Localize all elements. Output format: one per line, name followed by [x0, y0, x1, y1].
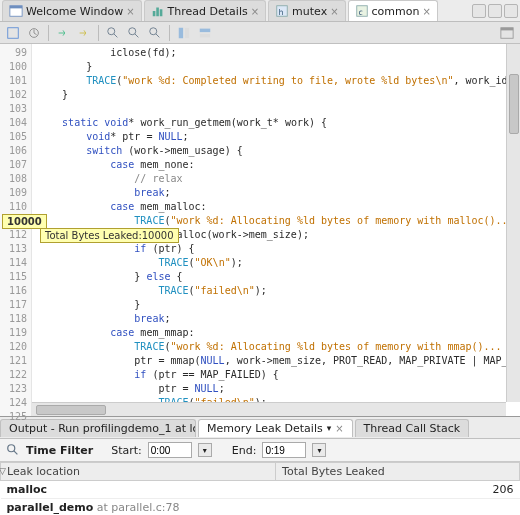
step-button-2[interactable]: [75, 24, 93, 42]
leak-value-badge: 10000: [2, 214, 47, 229]
leak-tooltip: Total Bytes Leaked:10000: [40, 228, 179, 243]
col-leak-location[interactable]: ▽ Leak location: [1, 463, 276, 481]
cell-total-bytes: 206: [276, 481, 520, 499]
start-label: Start:: [111, 444, 142, 457]
separator: [48, 25, 49, 41]
window-controls: [472, 4, 518, 18]
leak-table: ▽ Leak location Total Bytes Leaked mallo…: [0, 462, 520, 515]
svg-rect-3: [156, 8, 159, 17]
tab-label: mutex: [292, 5, 327, 18]
tab-mutex[interactable]: h mutex ×: [268, 0, 345, 21]
tab-group: Welcome Window × Thread Details × h mute…: [2, 0, 438, 21]
svg-point-20: [8, 445, 15, 452]
c-file-icon: c: [355, 4, 369, 18]
svg-rect-1: [10, 6, 22, 9]
panel-toggle-icon[interactable]: [498, 24, 516, 42]
separator: [98, 25, 99, 41]
bottom-tab-bar: Output - Run profilingdemo_1 at loca... …: [0, 417, 520, 439]
svg-rect-4: [159, 9, 162, 16]
table-row[interactable]: malloc206: [1, 481, 520, 499]
graph-icon: [151, 4, 165, 18]
end-time-picker-button[interactable]: ▾: [312, 443, 326, 457]
svg-point-11: [108, 27, 115, 34]
time-filter-label: Time Filter: [26, 444, 93, 457]
cell-total-bytes: [276, 499, 520, 516]
time-filter-bar: Time Filter Start: ▾ End: ▾: [0, 439, 520, 462]
toggle-button-2[interactable]: [196, 24, 214, 42]
editor-tab-bar: Welcome Window × Thread Details × h mute…: [0, 0, 520, 22]
sort-indicator-icon: ▽: [0, 466, 6, 476]
scrollbar-thumb[interactable]: [36, 405, 106, 415]
separator: [169, 25, 170, 41]
nav-back-button[interactable]: [472, 4, 486, 18]
svg-rect-2: [152, 11, 155, 16]
end-label: End:: [232, 444, 257, 457]
close-icon[interactable]: ×: [330, 6, 338, 17]
source-button[interactable]: [4, 24, 22, 42]
code-editor: 99 100 101 102 103 104 105 106 107 108 1…: [0, 44, 520, 417]
tab-memory-leak[interactable]: Memory Leak Details ▾ ×: [198, 419, 353, 437]
close-icon[interactable]: ×: [251, 6, 259, 17]
tab-thread-details[interactable]: Thread Details ×: [144, 0, 266, 21]
svg-rect-19: [501, 27, 513, 30]
dropdown-icon[interactable]: ▾: [327, 423, 332, 433]
start-time-input[interactable]: [148, 442, 192, 458]
close-icon[interactable]: ×: [126, 6, 134, 17]
tab-label: Welcome Window: [26, 5, 123, 18]
nav-fwd-button[interactable]: [488, 4, 502, 18]
tab-label: Memory Leak Details: [207, 422, 323, 435]
editor-toolbar: [0, 22, 520, 44]
tab-label: Output - Run profilingdemo_1 at loca...: [9, 422, 196, 435]
find-button[interactable]: [104, 24, 122, 42]
svg-rect-17: [200, 33, 211, 37]
line-number-gutter: 99 100 101 102 103 104 105 106 107 108 1…: [0, 44, 32, 416]
tab-label: common: [372, 5, 420, 18]
window-icon: [9, 4, 23, 18]
tab-welcome[interactable]: Welcome Window ×: [2, 0, 142, 21]
vertical-scrollbar[interactable]: [506, 44, 520, 402]
c-header-icon: h: [275, 4, 289, 18]
svg-point-12: [129, 27, 136, 34]
close-icon[interactable]: ×: [422, 6, 430, 17]
svg-text:h: h: [279, 8, 284, 17]
step-button-1[interactable]: [54, 24, 72, 42]
svg-rect-14: [179, 27, 183, 38]
svg-text:c: c: [358, 8, 362, 17]
svg-point-13: [150, 27, 157, 34]
cell-leak-location: malloc: [1, 481, 276, 499]
toggle-button-1[interactable]: [175, 24, 193, 42]
svg-rect-16: [200, 28, 211, 32]
tab-thread-stack[interactable]: Thread Call Stack: [355, 419, 469, 437]
tab-label: Thread Details: [168, 5, 248, 18]
scrollbar-thumb[interactable]: [509, 74, 519, 134]
table-row[interactable]: parallel_demo at parallel.c:78: [1, 499, 520, 516]
col-total-bytes[interactable]: Total Bytes Leaked: [276, 463, 520, 481]
horizontal-scrollbar[interactable]: [32, 402, 506, 416]
svg-rect-15: [185, 27, 189, 38]
find-next-button[interactable]: [146, 24, 164, 42]
history-button[interactable]: [25, 24, 43, 42]
column-header-label: Leak location: [7, 465, 80, 478]
svg-rect-9: [8, 27, 19, 38]
end-time-input[interactable]: [262, 442, 306, 458]
bottom-panel: Output - Run profilingdemo_1 at loca... …: [0, 417, 520, 515]
tab-common[interactable]: c common ×: [348, 0, 438, 21]
search-icon[interactable]: [6, 443, 20, 457]
column-header-label: Total Bytes Leaked: [282, 465, 385, 478]
start-time-picker-button[interactable]: ▾: [198, 443, 212, 457]
tab-output[interactable]: Output - Run profilingdemo_1 at loca...: [0, 419, 196, 437]
menu-button[interactable]: [504, 4, 518, 18]
tab-label: Thread Call Stack: [364, 422, 460, 435]
cell-leak-location: parallel_demo at parallel.c:78: [1, 499, 276, 516]
close-icon[interactable]: ×: [335, 423, 343, 434]
find-prev-button[interactable]: [125, 24, 143, 42]
